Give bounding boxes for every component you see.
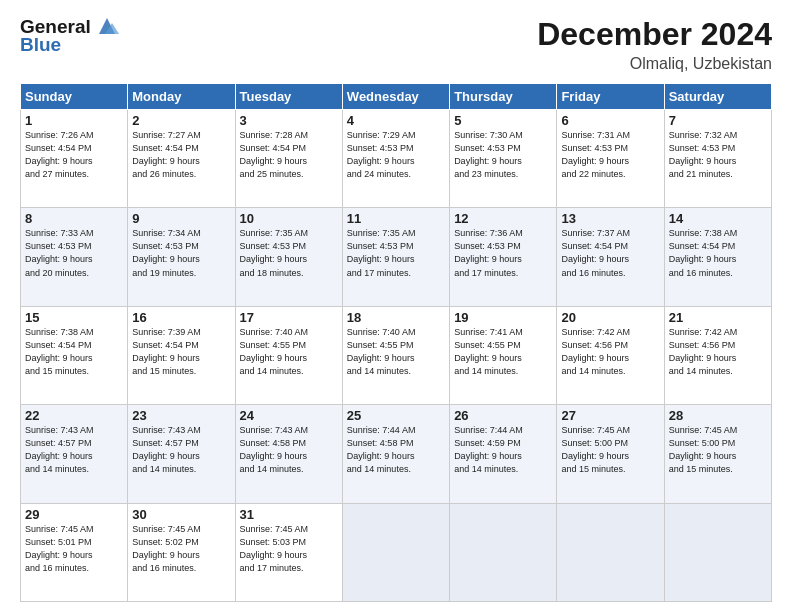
table-row: 17Sunrise: 7:40 AM Sunset: 4:55 PM Dayli… <box>235 306 342 404</box>
day-number: 24 <box>240 408 338 423</box>
day-info: Sunrise: 7:43 AM Sunset: 4:57 PM Dayligh… <box>132 424 230 476</box>
table-row: 13Sunrise: 7:37 AM Sunset: 4:54 PM Dayli… <box>557 208 664 306</box>
table-row: 30Sunrise: 7:45 AM Sunset: 5:02 PM Dayli… <box>128 503 235 601</box>
day-info: Sunrise: 7:35 AM Sunset: 4:53 PM Dayligh… <box>240 227 338 279</box>
table-row: 11Sunrise: 7:35 AM Sunset: 4:53 PM Dayli… <box>342 208 449 306</box>
day-number: 26 <box>454 408 552 423</box>
day-number: 27 <box>561 408 659 423</box>
day-info: Sunrise: 7:45 AM Sunset: 5:01 PM Dayligh… <box>25 523 123 575</box>
col-saturday: Saturday <box>664 84 771 110</box>
table-row <box>557 503 664 601</box>
table-row: 3Sunrise: 7:28 AM Sunset: 4:54 PM Daylig… <box>235 110 342 208</box>
table-row: 1Sunrise: 7:26 AM Sunset: 4:54 PM Daylig… <box>21 110 128 208</box>
day-number: 12 <box>454 211 552 226</box>
col-thursday: Thursday <box>450 84 557 110</box>
day-info: Sunrise: 7:42 AM Sunset: 4:56 PM Dayligh… <box>561 326 659 378</box>
location-title: Olmaliq, Uzbekistan <box>537 55 772 73</box>
day-info: Sunrise: 7:45 AM Sunset: 5:02 PM Dayligh… <box>132 523 230 575</box>
day-number: 8 <box>25 211 123 226</box>
day-number: 22 <box>25 408 123 423</box>
table-row: 2Sunrise: 7:27 AM Sunset: 4:54 PM Daylig… <box>128 110 235 208</box>
day-number: 14 <box>669 211 767 226</box>
col-tuesday: Tuesday <box>235 84 342 110</box>
table-row: 18Sunrise: 7:40 AM Sunset: 4:55 PM Dayli… <box>342 306 449 404</box>
day-number: 30 <box>132 507 230 522</box>
day-info: Sunrise: 7:34 AM Sunset: 4:53 PM Dayligh… <box>132 227 230 279</box>
calendar-table: Sunday Monday Tuesday Wednesday Thursday… <box>20 83 772 602</box>
day-info: Sunrise: 7:44 AM Sunset: 4:59 PM Dayligh… <box>454 424 552 476</box>
day-info: Sunrise: 7:42 AM Sunset: 4:56 PM Dayligh… <box>669 326 767 378</box>
day-info: Sunrise: 7:41 AM Sunset: 4:55 PM Dayligh… <box>454 326 552 378</box>
calendar-body: 1Sunrise: 7:26 AM Sunset: 4:54 PM Daylig… <box>21 110 772 602</box>
day-number: 10 <box>240 211 338 226</box>
title-block: December 2024 Olmaliq, Uzbekistan <box>537 16 772 73</box>
day-number: 16 <box>132 310 230 325</box>
day-number: 25 <box>347 408 445 423</box>
logo: General Blue <box>20 16 119 56</box>
day-info: Sunrise: 7:35 AM Sunset: 4:53 PM Dayligh… <box>347 227 445 279</box>
day-info: Sunrise: 7:40 AM Sunset: 4:55 PM Dayligh… <box>240 326 338 378</box>
table-row: 4Sunrise: 7:29 AM Sunset: 4:53 PM Daylig… <box>342 110 449 208</box>
table-row: 16Sunrise: 7:39 AM Sunset: 4:54 PM Dayli… <box>128 306 235 404</box>
day-info: Sunrise: 7:31 AM Sunset: 4:53 PM Dayligh… <box>561 129 659 181</box>
page: General Blue December 2024 Olmaliq, Uzbe… <box>0 0 792 612</box>
table-row: 25Sunrise: 7:44 AM Sunset: 4:58 PM Dayli… <box>342 405 449 503</box>
day-number: 19 <box>454 310 552 325</box>
table-row: 7Sunrise: 7:32 AM Sunset: 4:53 PM Daylig… <box>664 110 771 208</box>
month-title: December 2024 <box>537 16 772 53</box>
day-number: 15 <box>25 310 123 325</box>
table-row: 29Sunrise: 7:45 AM Sunset: 5:01 PM Dayli… <box>21 503 128 601</box>
day-number: 4 <box>347 113 445 128</box>
table-row: 15Sunrise: 7:38 AM Sunset: 4:54 PM Dayli… <box>21 306 128 404</box>
day-number: 13 <box>561 211 659 226</box>
table-row: 20Sunrise: 7:42 AM Sunset: 4:56 PM Dayli… <box>557 306 664 404</box>
day-info: Sunrise: 7:45 AM Sunset: 5:03 PM Dayligh… <box>240 523 338 575</box>
day-number: 21 <box>669 310 767 325</box>
table-row: 19Sunrise: 7:41 AM Sunset: 4:55 PM Dayli… <box>450 306 557 404</box>
day-number: 17 <box>240 310 338 325</box>
day-number: 29 <box>25 507 123 522</box>
day-info: Sunrise: 7:27 AM Sunset: 4:54 PM Dayligh… <box>132 129 230 181</box>
day-info: Sunrise: 7:33 AM Sunset: 4:53 PM Dayligh… <box>25 227 123 279</box>
table-row: 23Sunrise: 7:43 AM Sunset: 4:57 PM Dayli… <box>128 405 235 503</box>
header-row: Sunday Monday Tuesday Wednesday Thursday… <box>21 84 772 110</box>
table-row: 24Sunrise: 7:43 AM Sunset: 4:58 PM Dayli… <box>235 405 342 503</box>
col-friday: Friday <box>557 84 664 110</box>
day-number: 28 <box>669 408 767 423</box>
day-number: 11 <box>347 211 445 226</box>
day-info: Sunrise: 7:32 AM Sunset: 4:53 PM Dayligh… <box>669 129 767 181</box>
table-row <box>450 503 557 601</box>
day-info: Sunrise: 7:40 AM Sunset: 4:55 PM Dayligh… <box>347 326 445 378</box>
calendar-header: Sunday Monday Tuesday Wednesday Thursday… <box>21 84 772 110</box>
day-info: Sunrise: 7:44 AM Sunset: 4:58 PM Dayligh… <box>347 424 445 476</box>
day-info: Sunrise: 7:38 AM Sunset: 4:54 PM Dayligh… <box>669 227 767 279</box>
day-number: 31 <box>240 507 338 522</box>
table-row: 14Sunrise: 7:38 AM Sunset: 4:54 PM Dayli… <box>664 208 771 306</box>
day-info: Sunrise: 7:45 AM Sunset: 5:00 PM Dayligh… <box>561 424 659 476</box>
table-row: 10Sunrise: 7:35 AM Sunset: 4:53 PM Dayli… <box>235 208 342 306</box>
table-row: 8Sunrise: 7:33 AM Sunset: 4:53 PM Daylig… <box>21 208 128 306</box>
day-info: Sunrise: 7:29 AM Sunset: 4:53 PM Dayligh… <box>347 129 445 181</box>
table-row: 5Sunrise: 7:30 AM Sunset: 4:53 PM Daylig… <box>450 110 557 208</box>
logo-blue: Blue <box>20 34 119 56</box>
day-number: 23 <box>132 408 230 423</box>
table-row <box>664 503 771 601</box>
day-info: Sunrise: 7:39 AM Sunset: 4:54 PM Dayligh… <box>132 326 230 378</box>
table-row: 28Sunrise: 7:45 AM Sunset: 5:00 PM Dayli… <box>664 405 771 503</box>
table-row: 22Sunrise: 7:43 AM Sunset: 4:57 PM Dayli… <box>21 405 128 503</box>
day-info: Sunrise: 7:36 AM Sunset: 4:53 PM Dayligh… <box>454 227 552 279</box>
day-number: 3 <box>240 113 338 128</box>
day-number: 7 <box>669 113 767 128</box>
day-number: 9 <box>132 211 230 226</box>
day-number: 20 <box>561 310 659 325</box>
col-monday: Monday <box>128 84 235 110</box>
day-number: 2 <box>132 113 230 128</box>
col-wednesday: Wednesday <box>342 84 449 110</box>
day-info: Sunrise: 7:30 AM Sunset: 4:53 PM Dayligh… <box>454 129 552 181</box>
table-row: 12Sunrise: 7:36 AM Sunset: 4:53 PM Dayli… <box>450 208 557 306</box>
day-info: Sunrise: 7:28 AM Sunset: 4:54 PM Dayligh… <box>240 129 338 181</box>
day-info: Sunrise: 7:26 AM Sunset: 4:54 PM Dayligh… <box>25 129 123 181</box>
table-row: 26Sunrise: 7:44 AM Sunset: 4:59 PM Dayli… <box>450 405 557 503</box>
table-row: 21Sunrise: 7:42 AM Sunset: 4:56 PM Dayli… <box>664 306 771 404</box>
table-row: 6Sunrise: 7:31 AM Sunset: 4:53 PM Daylig… <box>557 110 664 208</box>
